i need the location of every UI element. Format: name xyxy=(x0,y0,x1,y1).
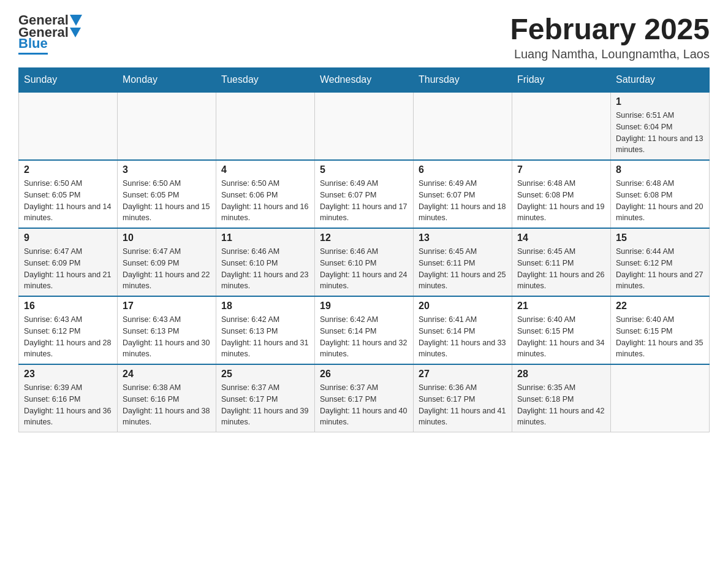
calendar-cell: 26Sunrise: 6:37 AMSunset: 6:17 PMDayligh… xyxy=(315,364,414,432)
calendar-week-row: 16Sunrise: 6:43 AMSunset: 6:12 PMDayligh… xyxy=(19,296,710,364)
day-info: Sunrise: 6:46 AMSunset: 6:10 PMDaylight:… xyxy=(320,246,408,292)
day-info: Sunrise: 6:37 AMSunset: 6:17 PMDaylight:… xyxy=(320,382,408,428)
day-number: 21 xyxy=(517,301,605,312)
calendar-cell xyxy=(19,92,118,160)
calendar-cell: 3Sunrise: 6:50 AMSunset: 6:05 PMDaylight… xyxy=(118,160,216,228)
calendar-cell: 25Sunrise: 6:37 AMSunset: 6:17 PMDayligh… xyxy=(216,364,315,432)
day-number: 23 xyxy=(24,369,112,380)
day-number: 8 xyxy=(616,164,704,175)
calendar-cell: 6Sunrise: 6:49 AMSunset: 6:07 PMDaylight… xyxy=(414,160,512,228)
day-number: 18 xyxy=(221,301,309,312)
day-number: 22 xyxy=(616,301,704,312)
day-info: Sunrise: 6:46 AMSunset: 6:10 PMDaylight:… xyxy=(221,246,309,292)
logo-blue-text: Blue xyxy=(18,36,48,51)
header-saturday: Saturday xyxy=(611,68,710,93)
header-friday: Friday xyxy=(512,68,611,93)
day-info: Sunrise: 6:35 AMSunset: 6:18 PMDaylight:… xyxy=(517,382,605,428)
day-number: 14 xyxy=(517,232,605,243)
day-number: 7 xyxy=(517,164,605,175)
day-info: Sunrise: 6:44 AMSunset: 6:12 PMDaylight:… xyxy=(616,246,704,292)
day-info: Sunrise: 6:40 AMSunset: 6:15 PMDaylight:… xyxy=(517,314,605,360)
day-number: 20 xyxy=(419,301,507,312)
location-subtitle: Luang Namtha, Loungnamtha, Laos xyxy=(510,47,710,61)
day-info: Sunrise: 6:40 AMSunset: 6:15 PMDaylight:… xyxy=(616,314,704,360)
calendar-cell: 1Sunrise: 6:51 AMSunset: 6:04 PMDaylight… xyxy=(611,92,710,160)
day-info: Sunrise: 6:39 AMSunset: 6:16 PMDaylight:… xyxy=(24,382,112,428)
calendar-week-row: 1Sunrise: 6:51 AMSunset: 6:04 PMDaylight… xyxy=(19,92,710,160)
calendar-cell: 7Sunrise: 6:48 AMSunset: 6:08 PMDaylight… xyxy=(512,160,611,228)
title-block: February 2025 Luang Namtha, Loungnamtha,… xyxy=(510,12,710,61)
day-number: 3 xyxy=(123,164,211,175)
calendar-cell: 18Sunrise: 6:42 AMSunset: 6:13 PMDayligh… xyxy=(216,296,315,364)
calendar-table: Sunday Monday Tuesday Wednesday Thursday… xyxy=(18,67,710,432)
calendar-cell xyxy=(512,92,611,160)
calendar-cell: 5Sunrise: 6:49 AMSunset: 6:07 PMDaylight… xyxy=(315,160,414,228)
day-number: 4 xyxy=(221,164,309,175)
day-number: 27 xyxy=(419,369,507,380)
header-thursday: Thursday xyxy=(414,68,512,93)
calendar-cell: 23Sunrise: 6:39 AMSunset: 6:16 PMDayligh… xyxy=(19,364,118,432)
calendar-cell xyxy=(118,92,216,160)
day-info: Sunrise: 6:48 AMSunset: 6:08 PMDaylight:… xyxy=(517,178,605,224)
day-number: 13 xyxy=(419,232,507,243)
calendar-cell: 13Sunrise: 6:45 AMSunset: 6:11 PMDayligh… xyxy=(414,228,512,296)
logo-triangle-icon xyxy=(70,15,82,26)
calendar-cell: 8Sunrise: 6:48 AMSunset: 6:08 PMDaylight… xyxy=(611,160,710,228)
logo: General General Blue xyxy=(18,12,83,55)
day-number: 12 xyxy=(320,232,408,243)
day-info: Sunrise: 6:50 AMSunset: 6:06 PMDaylight:… xyxy=(221,178,309,224)
day-info: Sunrise: 6:43 AMSunset: 6:13 PMDaylight:… xyxy=(123,314,211,360)
day-number: 6 xyxy=(419,164,507,175)
header-wednesday: Wednesday xyxy=(315,68,414,93)
calendar-header-row: Sunday Monday Tuesday Wednesday Thursday… xyxy=(19,68,710,93)
day-info: Sunrise: 6:38 AMSunset: 6:16 PMDaylight:… xyxy=(123,382,211,428)
day-info: Sunrise: 6:47 AMSunset: 6:09 PMDaylight:… xyxy=(123,246,211,292)
calendar-cell: 28Sunrise: 6:35 AMSunset: 6:18 PMDayligh… xyxy=(512,364,611,432)
calendar-cell: 24Sunrise: 6:38 AMSunset: 6:16 PMDayligh… xyxy=(118,364,216,432)
day-info: Sunrise: 6:50 AMSunset: 6:05 PMDaylight:… xyxy=(24,178,112,224)
calendar-cell: 19Sunrise: 6:42 AMSunset: 6:14 PMDayligh… xyxy=(315,296,414,364)
day-info: Sunrise: 6:50 AMSunset: 6:05 PMDaylight:… xyxy=(123,178,211,224)
header-tuesday: Tuesday xyxy=(216,68,315,93)
calendar-cell: 14Sunrise: 6:45 AMSunset: 6:11 PMDayligh… xyxy=(512,228,611,296)
calendar-cell: 2Sunrise: 6:50 AMSunset: 6:05 PMDaylight… xyxy=(19,160,118,228)
day-number: 17 xyxy=(123,301,211,312)
day-number: 5 xyxy=(320,164,408,175)
day-number: 16 xyxy=(24,301,112,312)
day-number: 15 xyxy=(616,232,704,243)
day-info: Sunrise: 6:41 AMSunset: 6:14 PMDaylight:… xyxy=(419,314,507,360)
calendar-cell: 17Sunrise: 6:43 AMSunset: 6:13 PMDayligh… xyxy=(118,296,216,364)
calendar-cell: 12Sunrise: 6:46 AMSunset: 6:10 PMDayligh… xyxy=(315,228,414,296)
day-info: Sunrise: 6:49 AMSunset: 6:07 PMDaylight:… xyxy=(419,178,507,224)
day-number: 9 xyxy=(24,232,112,243)
day-number: 11 xyxy=(221,232,309,243)
calendar-cell: 27Sunrise: 6:36 AMSunset: 6:17 PMDayligh… xyxy=(414,364,512,432)
header-monday: Monday xyxy=(118,68,216,93)
day-number: 24 xyxy=(123,369,211,380)
calendar-cell xyxy=(216,92,315,160)
logo-arrow-icon xyxy=(70,28,81,37)
day-info: Sunrise: 6:42 AMSunset: 6:14 PMDaylight:… xyxy=(320,314,408,360)
day-number: 28 xyxy=(517,369,605,380)
day-number: 10 xyxy=(123,232,211,243)
day-number: 26 xyxy=(320,369,408,380)
day-info: Sunrise: 6:42 AMSunset: 6:13 PMDaylight:… xyxy=(221,314,309,360)
calendar-week-row: 23Sunrise: 6:39 AMSunset: 6:16 PMDayligh… xyxy=(19,364,710,432)
calendar-week-row: 9Sunrise: 6:47 AMSunset: 6:09 PMDaylight… xyxy=(19,228,710,296)
day-info: Sunrise: 6:43 AMSunset: 6:12 PMDaylight:… xyxy=(24,314,112,360)
calendar-cell xyxy=(315,92,414,160)
calendar-cell: 16Sunrise: 6:43 AMSunset: 6:12 PMDayligh… xyxy=(19,296,118,364)
header-sunday: Sunday xyxy=(19,68,118,93)
page-header: General General Blue February 2025 Luang… xyxy=(18,12,710,61)
day-number: 1 xyxy=(616,96,704,107)
calendar-cell: 21Sunrise: 6:40 AMSunset: 6:15 PMDayligh… xyxy=(512,296,611,364)
day-number: 25 xyxy=(221,369,309,380)
day-info: Sunrise: 6:51 AMSunset: 6:04 PMDaylight:… xyxy=(616,110,704,156)
calendar-cell: 11Sunrise: 6:46 AMSunset: 6:10 PMDayligh… xyxy=(216,228,315,296)
calendar-cell: 10Sunrise: 6:47 AMSunset: 6:09 PMDayligh… xyxy=(118,228,216,296)
day-info: Sunrise: 6:37 AMSunset: 6:17 PMDaylight:… xyxy=(221,382,309,428)
calendar-cell: 9Sunrise: 6:47 AMSunset: 6:09 PMDaylight… xyxy=(19,228,118,296)
calendar-week-row: 2Sunrise: 6:50 AMSunset: 6:05 PMDaylight… xyxy=(19,160,710,228)
day-info: Sunrise: 6:48 AMSunset: 6:08 PMDaylight:… xyxy=(616,178,704,224)
day-info: Sunrise: 6:45 AMSunset: 6:11 PMDaylight:… xyxy=(517,246,605,292)
